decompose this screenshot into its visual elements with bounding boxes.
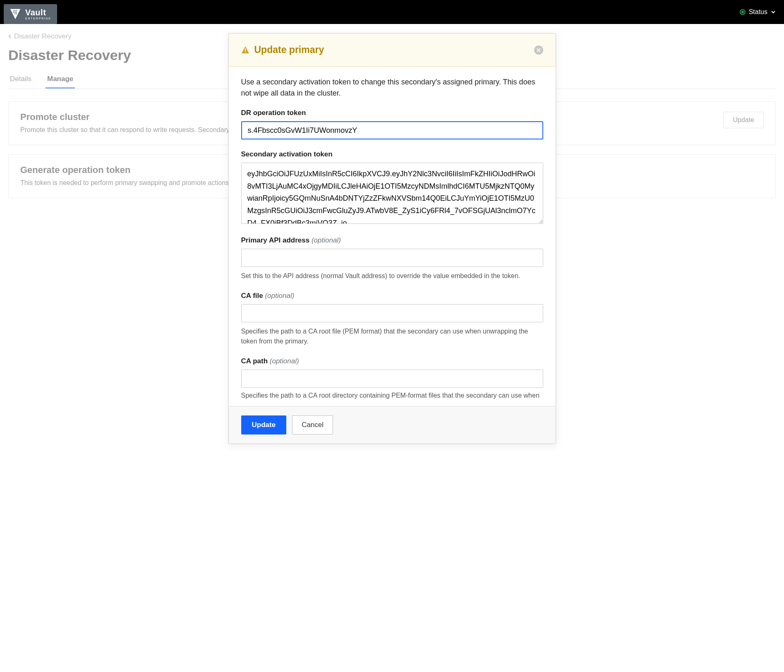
secondary-token-input[interactable]	[241, 163, 543, 216]
svg-point-6	[14, 13, 15, 14]
svg-point-1	[14, 10, 15, 11]
brand-name: Vault	[25, 8, 51, 17]
svg-point-5	[16, 12, 17, 12]
card-update-button[interactable]: Update	[723, 112, 764, 128]
chevron-left-icon	[8, 34, 12, 39]
chevron-down-icon	[771, 10, 776, 14]
dr-token-input[interactable]	[241, 121, 543, 139]
brand-sub: ENTERPRISE	[25, 17, 51, 20]
card-generate-title: Generate operation token	[20, 165, 231, 175]
status-indicator-icon	[740, 9, 746, 15]
close-icon	[537, 48, 541, 52]
svg-point-7	[16, 13, 17, 14]
svg-rect-9	[245, 51, 246, 52]
field-dr-token: DR operation token	[241, 109, 543, 139]
warning-icon	[241, 46, 249, 54]
modal-description: Use a secondary activation token to chan…	[241, 77, 543, 99]
tab-manage[interactable]: Manage	[46, 71, 75, 89]
tab-details[interactable]: Details	[8, 71, 33, 89]
svg-rect-8	[245, 48, 246, 51]
update-primary-modal: Update primary Use a secondary activatio…	[228, 33, 556, 216]
card-generate-desc: This token is needed to perform primary …	[20, 178, 231, 188]
secondary-token-label: Secondary activation token	[241, 150, 543, 158]
top-navbar: Vault ENTERPRISE Status	[0, 0, 784, 24]
status-label: Status	[749, 8, 767, 16]
status-dropdown[interactable]: Status	[740, 8, 776, 16]
svg-point-3	[13, 12, 14, 12]
close-button[interactable]	[534, 46, 543, 55]
dr-token-label: DR operation token	[241, 109, 543, 117]
svg-point-0	[13, 10, 14, 11]
modal-title: Update primary	[254, 44, 324, 55]
vault-logo-icon	[10, 8, 21, 20]
breadcrumb-text: Disaster Recovery	[14, 32, 72, 41]
field-secondary-token: Secondary activation token	[241, 150, 543, 216]
modal-body: Use a secondary activation token to chan…	[229, 67, 556, 216]
svg-point-4	[14, 12, 15, 12]
brand-badge[interactable]: Vault ENTERPRISE	[4, 4, 57, 24]
modal-header: Update primary	[229, 34, 556, 67]
svg-point-2	[16, 10, 17, 11]
